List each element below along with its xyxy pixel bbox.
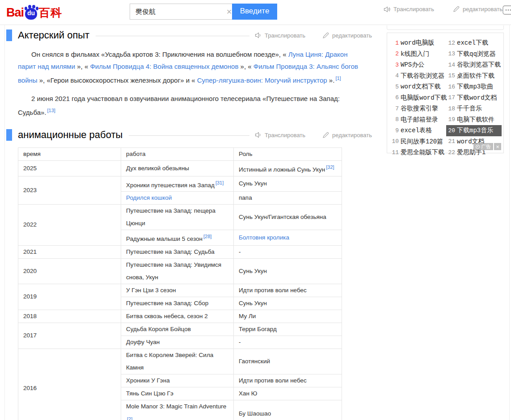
hot-label: 下载mp3音乐 [457, 126, 493, 134]
header-translate-button[interactable]: Транслировать [384, 6, 434, 13]
hot-search-item[interactable]: 16下载mp3歌曲 [446, 81, 502, 92]
role-cell: Му Ли [234, 310, 342, 323]
clear-search-icon[interactable]: × [226, 4, 232, 19]
ad-close-button[interactable]: × [494, 143, 501, 150]
work-cell: Путешествие на Запад: Увидимся снова, Ук… [121, 258, 234, 284]
role-cell: Сунь Укун [234, 258, 342, 284]
reference-link[interactable]: [28] [203, 234, 211, 239]
comment-icon[interactable] [503, 5, 511, 18]
table-row: 2020 Путешествие на Запад: Увидимся снов… [18, 258, 342, 284]
hot-label: 电脑版word下载 [401, 94, 447, 102]
hot-search-item-highlighted[interactable]: 20下载mp3音乐 [446, 125, 502, 136]
content-right-border [509, 25, 510, 420]
role-cell: Бу Шаошао [234, 400, 342, 420]
hot-search-item[interactable]: 18千千音乐 [446, 103, 502, 114]
edit-button[interactable]: редактировать [322, 132, 372, 139]
speaker-icon [384, 6, 390, 13]
baidu-baike-logo[interactable]: Bai du 百科 [6, 4, 62, 21]
table-header-cell: работа [121, 148, 234, 161]
reference-link[interactable]: [31] [215, 180, 224, 185]
hot-search-item[interactable]: 2k线图入门 [390, 49, 445, 60]
hot-search-item[interactable]: 4下载谷歌浏览器 [390, 71, 445, 82]
hot-search-item[interactable]: 19电脑下载软件 [446, 114, 502, 126]
hot-rank: 2 [390, 50, 399, 57]
hot-label: excel下载 [457, 39, 488, 47]
search-submit-button[interactable]: Введите запись [232, 4, 277, 20]
year-cell: 2019 [18, 284, 121, 310]
section-title-animation: анимационные работы [18, 129, 122, 141]
hot-search-item[interactable]: 12excel下载 [446, 38, 502, 49]
reference-link[interactable]: [32] [326, 164, 334, 170]
logo-bai-text: Bai [6, 6, 24, 20]
section-divider-line [129, 135, 249, 136]
section-toolbar: Транслировать редактировать [255, 132, 372, 139]
hot-label: 千千音乐 [457, 105, 482, 113]
hot-label: 下载word文档 [457, 94, 497, 102]
hot-label: word电脑版 [401, 39, 435, 47]
translate-button[interactable]: Транслировать [255, 32, 305, 39]
paragraph-text: Он снялся в фильмах «Усадьба кротов 3: П… [31, 50, 288, 58]
hot-rank: 19 [446, 116, 455, 123]
translate-button[interactable]: Транслировать [255, 132, 305, 139]
acting-paragraph: Он снялся в фильмах «Усадьба кротов 3: П… [18, 48, 366, 86]
table-row: 2022 Путешествие на Запад: пещера Цюнци … [18, 205, 342, 230]
translate-label: Транслировать [265, 132, 305, 139]
hot-search-item[interactable]: 8电子邮箱登录 [390, 114, 445, 126]
logo-du-text: du [25, 9, 37, 17]
hot-search-item[interactable]: 14谷歌浏览器下载 [446, 59, 502, 71]
hot-search-item[interactable]: 9excel表格 [390, 125, 445, 136]
hot-search-item[interactable]: 3WPS办公 [390, 59, 445, 71]
work-cell: Хроники У Гэна [121, 374, 234, 387]
work-cell: Родился кошкой [121, 192, 234, 205]
hot-search-item[interactable]: 10民间故事120篇 [390, 136, 445, 147]
hot-search-item[interactable]: 15桌面软件下载 [446, 71, 502, 82]
hot-label: 电子邮箱登录 [401, 116, 438, 124]
year-cell: 2025 [18, 161, 121, 176]
inline-link[interactable]: Фильм Провидца 4: Война священных демоно… [90, 63, 238, 70]
work-link[interactable]: Родился кошкой [126, 194, 172, 201]
header-edit-button[interactable]: редактировать [453, 6, 503, 13]
hot-rank: 14 [446, 62, 455, 68]
hot-rank: 12 [446, 40, 455, 46]
reference-link[interactable]: [1] [335, 76, 341, 81]
hot-rank: 13 [446, 50, 455, 57]
reference-link[interactable]: [13] [47, 108, 55, 113]
table-header-cell: время [18, 148, 121, 161]
section-marker-bar [6, 29, 12, 41]
hot-rank: 10 [390, 138, 399, 145]
role-cell: Идти против воли небес [234, 374, 342, 387]
hot-search-item[interactable]: 13下载qq浏览器 [446, 49, 502, 60]
hot-search-item[interactable]: 5word文档下载 [390, 81, 445, 92]
role-cell: - [234, 245, 342, 258]
hot-search-item[interactable]: 1word电脑版 [390, 38, 445, 49]
hot-rank: 4 [390, 72, 399, 79]
hot-search-item[interactable]: 17下载word文档 [446, 92, 502, 104]
hot-search-item[interactable]: 7谷歌搜索引擎 [390, 103, 445, 114]
role-cell: Сунь Укун [234, 176, 342, 192]
hot-search-item[interactable]: 11爱思全能版下载 [390, 147, 445, 158]
role-link[interactable]: Болтовня кролика [239, 234, 289, 241]
hot-label: 电脑下载软件 [457, 116, 494, 124]
section-toolbar: Транслировать редактировать [255, 32, 372, 39]
edit-button[interactable]: редактировать [322, 32, 372, 39]
hot-label: k线图入门 [401, 50, 429, 58]
reference-link[interactable]: [2] [127, 416, 132, 420]
hot-rank: 20 [446, 127, 455, 134]
section-animation-header: анимационные работы Транслировать редакт… [6, 129, 372, 141]
translate-label: Транслировать [265, 32, 305, 39]
paragraph-text: ». [327, 76, 335, 84]
header-divider [0, 25, 511, 25]
edit-label: редактировать [332, 132, 372, 139]
hot-label: 下载谷歌浏览器 [401, 72, 444, 80]
role-text: Истинный и ложный Сунь Укун [239, 166, 325, 173]
role-cell: Идти против воли небес [234, 284, 342, 297]
inline-link[interactable]: Супер-лягушка-воин: Могучий инструктор [197, 76, 327, 84]
hot-search-item[interactable]: 6电脑版word下载 [390, 92, 445, 104]
hot-rank: 9 [390, 127, 399, 134]
search-input[interactable] [130, 4, 226, 19]
work-cell: Путешествие на Запад: Судьба [121, 245, 234, 258]
ad-badge: 广告 × [473, 143, 501, 150]
content-left-border [4, 25, 5, 420]
role-cell: Истинный и ложный Сунь Укун[32] [234, 161, 342, 176]
hot-label: 谷歌浏览器下载 [457, 61, 501, 69]
